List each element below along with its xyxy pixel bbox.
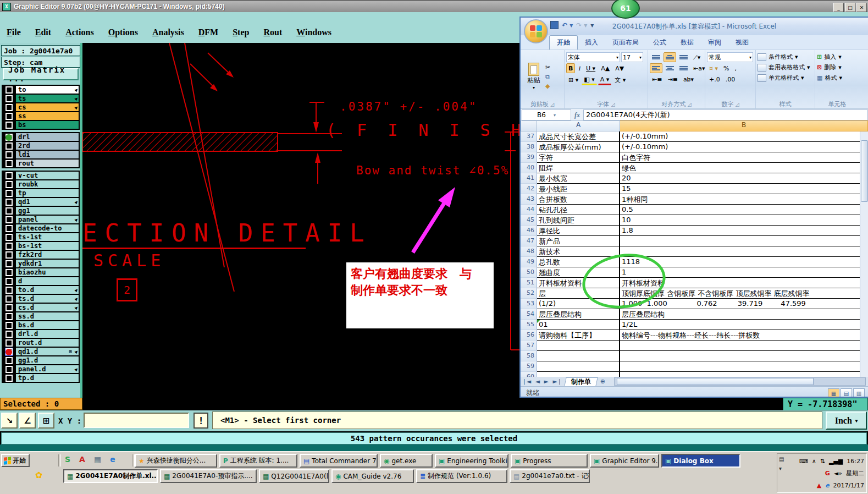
cell-col-a[interactable]: 层压叠层结构: [537, 309, 620, 320]
layer-checkbox[interactable]: [5, 313, 13, 320]
layer-checkbox[interactable]: [5, 104, 13, 111]
row-header[interactable]: 53: [521, 299, 537, 309]
prompt-alert-button[interactable]: !: [193, 413, 208, 429]
row-header[interactable]: 38: [521, 142, 537, 152]
align-bottom-button[interactable]: [677, 52, 690, 62]
cell-col-b[interactable]: 1种相同: [620, 194, 861, 205]
cell-col-b[interactable]: [620, 341, 861, 351]
layer-checkbox[interactable]: [5, 190, 13, 197]
menu-item[interactable]: Actions: [65, 28, 94, 37]
cell-col-b[interactable]: 白色字符: [620, 152, 861, 163]
tab-review[interactable]: 审阅: [701, 36, 728, 50]
row-header[interactable]: 49: [521, 257, 537, 267]
taskbar-button[interactable]: ▣ Progress: [511, 454, 588, 468]
cell-col-b[interactable]: [620, 246, 861, 257]
column-header-a[interactable]: A: [537, 120, 620, 131]
cell-col-b[interactable]: 10: [620, 215, 861, 226]
layer-checkbox[interactable]: [5, 339, 13, 347]
layer-checkbox[interactable]: [5, 199, 13, 206]
row-header[interactable]: 41: [521, 173, 537, 184]
tab-home[interactable]: 开始: [549, 35, 578, 50]
menu-item[interactable]: Edit: [35, 28, 51, 37]
cell-col-b[interactable]: 15: [620, 184, 861, 194]
spreadsheet-grid[interactable]: 37 成品尺寸长宽公差 (+/-0.10mm) 38 成品板厚公差(mm) (+…: [521, 131, 861, 377]
taskbar-button[interactable]: ▤ Total Commander 7.0...: [300, 454, 378, 468]
taskbar-button[interactable]: ≣ 制作规范 (Ver:1.0.6): [416, 469, 507, 483]
taskbar-button[interactable]: ▦ 2G0041E7A0制作单.xl...: [63, 469, 158, 483]
flower-tray-icon[interactable]: ✿: [35, 470, 42, 480]
sheet-tab[interactable]: 制作单: [564, 377, 598, 386]
underline-button[interactable]: U ▾: [584, 63, 598, 73]
layer-checkbox[interactable]: [5, 243, 13, 250]
layer-checkbox[interactable]: [5, 216, 13, 223]
g-tray-icon[interactable]: G: [825, 470, 830, 477]
quick-launch-icon[interactable]: e: [110, 455, 115, 464]
taskbar-button[interactable]: ▣ Graphic Editor 9.07b...: [590, 454, 659, 468]
minimize-button[interactable]: _: [833, 3, 844, 12]
wrap-text-button[interactable]: ab̷▾: [681, 74, 696, 84]
taskbar-button[interactable]: ▦ 2G0041E7A0-预审指示....: [160, 469, 257, 483]
italic-button[interactable]: I: [576, 63, 583, 73]
keyboard-tray-icon[interactable]: ⌨: [799, 458, 808, 465]
column-header-b[interactable]: B: [620, 120, 868, 131]
volume-tray-icon[interactable]: ◄»: [834, 470, 842, 477]
cell-col-b[interactable]: 20: [620, 173, 861, 184]
cell-col-a[interactable]: 厚径比: [537, 226, 620, 236]
row-header[interactable]: 50: [521, 267, 537, 278]
cell-col-a[interactable]: 新技术: [537, 246, 620, 257]
layer-checkbox[interactable]: [5, 160, 13, 167]
tab-view[interactable]: 视图: [728, 36, 756, 50]
cell-col-a[interactable]: 成品尺寸长宽公差: [537, 131, 620, 142]
cell-col-b[interactable]: 0.5: [620, 205, 861, 215]
layer-checkbox[interactable]: [5, 225, 13, 232]
increase-decimal-button[interactable]: +.0: [707, 74, 722, 84]
layer-checkbox[interactable]: [5, 113, 13, 120]
layer-checkbox[interactable]: [5, 142, 13, 150]
menu-item[interactable]: Analysis: [152, 28, 184, 37]
format-cells-button[interactable]: ▦格式 ▾: [817, 74, 858, 82]
layer-checkbox[interactable]: [5, 322, 13, 329]
formula-input[interactable]: 2G0041E7A0(4天件)(新): [583, 109, 868, 120]
cell-col-b[interactable]: 1/2L: [620, 320, 861, 330]
menu-item[interactable]: Rout: [263, 28, 282, 37]
row-header[interactable]: 58: [521, 351, 537, 361]
sheet-nav-icons[interactable]: |◄ ◄ ► ►|: [523, 378, 562, 385]
cell-col-b[interactable]: [620, 361, 861, 372]
number-format-select[interactable]: 常规▾: [707, 52, 753, 62]
font-size-select[interactable]: 17▾: [621, 52, 643, 62]
quick-launch-icon[interactable]: A: [79, 455, 85, 464]
row-header[interactable]: 44: [521, 205, 537, 215]
fill-color-button[interactable]: ◧ ▾: [582, 74, 596, 85]
orientation-button[interactable]: ⟋▾: [691, 52, 703, 62]
format-painter-icon[interactable]: ◆: [545, 83, 550, 90]
start-button[interactable]: 开始: [1, 454, 30, 467]
office-button[interactable]: [524, 19, 548, 43]
units-button[interactable]: Inch▾: [826, 411, 867, 430]
angle-tool-icon[interactable]: ∠: [19, 413, 36, 429]
scroll-thumb[interactable]: [861, 140, 868, 202]
row-header[interactable]: 52: [521, 288, 537, 299]
quick-launch-icon[interactable]: S: [65, 455, 70, 464]
taskbar-button[interactable]: ▤ 2g0041e7a0.txt - 记事本: [510, 469, 590, 483]
delete-cells-button[interactable]: ⊠删除 ▾: [817, 63, 858, 72]
row-header[interactable]: 46: [521, 226, 537, 236]
taskbar-button[interactable]: ◉ CAM_Guide v2.76: [331, 469, 414, 483]
cell-col-a[interactable]: 字符: [537, 152, 620, 163]
cell-col-a[interactable]: [537, 372, 620, 377]
cell-col-a[interactable]: [537, 361, 620, 372]
maximize-button[interactable]: □: [845, 3, 855, 12]
row-header[interactable]: 45: [521, 215, 537, 226]
page-break-view-icon[interactable]: ▥: [853, 388, 865, 398]
taskbar-button[interactable]: ★ 兴森快捷衡阳分公...: [135, 454, 217, 468]
tab-formulas[interactable]: 公式: [646, 36, 673, 50]
cell-col-b[interactable]: [620, 236, 861, 246]
format-as-table-button[interactable]: 套用表格格式 ▾: [758, 63, 813, 72]
comma-button[interactable]: ,: [732, 63, 739, 73]
cell-col-b[interactable]: 层压叠层结构: [620, 309, 861, 320]
font-color-button[interactable]: A ▾: [598, 74, 612, 85]
border-button[interactable]: ⊞ ▾: [566, 75, 580, 85]
cell-col-b[interactable]: 物料编号---物料规格---经长---纬长---拼板数: [620, 330, 861, 341]
decrease-indent-button[interactable]: ⇤≡: [650, 74, 664, 84]
row-header[interactable]: 56: [521, 330, 537, 341]
taskbar-button[interactable]: ▣ Dialog Box: [661, 454, 740, 468]
